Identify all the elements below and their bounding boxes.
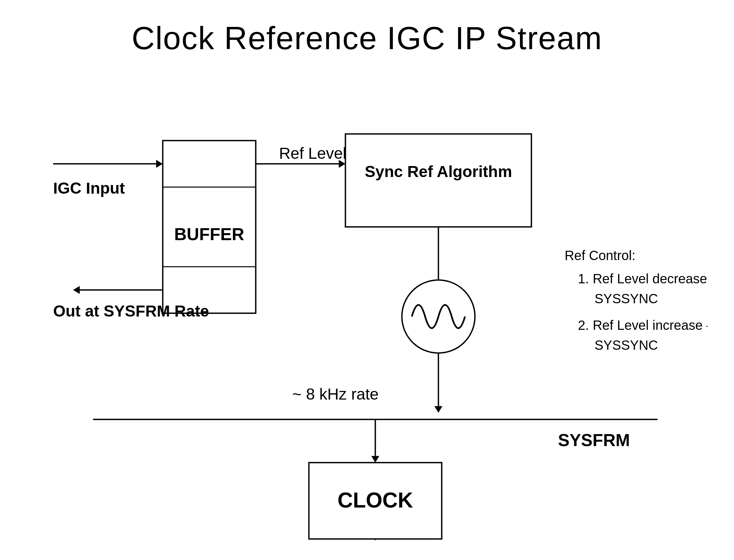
sync-ref-algorithm-label: Sync Ref Algorithm: [365, 163, 512, 180]
svg-marker-17: [371, 456, 379, 463]
svg-marker-1: [156, 160, 163, 168]
sysfrm-label: SYSFRM: [558, 430, 630, 450]
ref-control-2a: 2. Ref Level increase – Speed: [578, 318, 707, 332]
clock-label: CLOCK: [337, 488, 413, 512]
svg-marker-14: [434, 406, 442, 413]
ref-level-label: Ref Level: [279, 144, 346, 162]
diagram-area: IGC Input BUFFER Out at SYSFRM Rate Ref …: [27, 73, 707, 540]
ref-control-1a: 1. Ref Level decrease – Slow: [578, 271, 707, 286]
svg-marker-6: [73, 286, 80, 294]
page-title: Clock Reference IGC IP Stream: [0, 0, 734, 56]
buffer-label: BUFFER: [174, 225, 244, 244]
khz-rate-label: ~ 8 kHz rate: [292, 385, 379, 403]
igc-input-label: IGC Input: [53, 179, 125, 197]
ref-control-title: Ref Control:: [565, 248, 635, 263]
ref-control-2b: SYSSYNC: [595, 338, 658, 352]
out-sysfrm-label: Out at SYSFRM Rate: [53, 302, 209, 320]
ref-control-1b: SYSSYNC: [595, 291, 658, 306]
